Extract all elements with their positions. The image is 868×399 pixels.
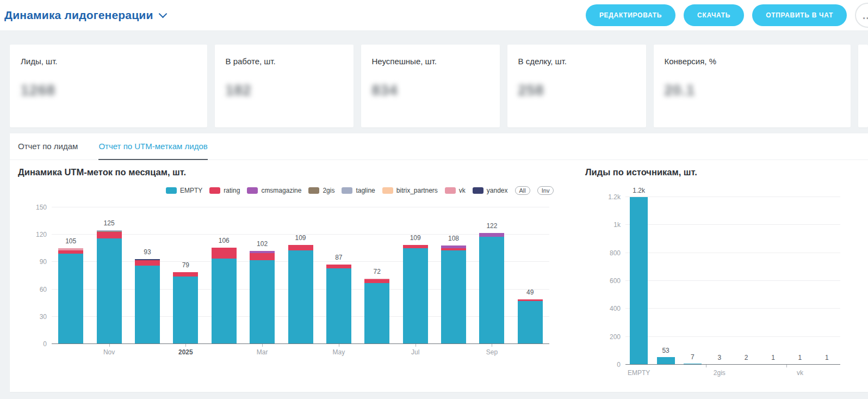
x-axis-line (52, 343, 549, 344)
legend-label: EMPTY (180, 187, 202, 194)
legend-item-bitrix_partners[interactable]: bitrix_partners (382, 187, 438, 194)
legend-zoom-all[interactable]: All (515, 186, 530, 195)
bar-value-label: 53 (662, 347, 669, 354)
x-axis-label: EMPTY (628, 369, 650, 377)
bar-sep-11[interactable] (479, 233, 504, 344)
y-axis-label: 200 (597, 333, 621, 341)
bar-value-label: 1 (798, 354, 802, 361)
more-button[interactable]: … (855, 3, 868, 28)
bar-may-7[interactable] (326, 265, 351, 344)
tab-leads-report[interactable]: Отчет по лидам (18, 133, 78, 160)
axis-tick (492, 344, 492, 347)
legend-label: rating (224, 187, 240, 194)
bar-value-label: 93 (144, 248, 151, 256)
bar-segment-rating (135, 260, 160, 266)
bar-jul-9[interactable] (403, 245, 428, 344)
y-axis-label: 600 (597, 277, 621, 285)
stat-card: В сделку, шт.258 (507, 45, 646, 127)
legend-label: cmsmagazine (261, 187, 301, 194)
bar-jun-8[interactable] (364, 279, 389, 344)
axis-tick (185, 344, 186, 347)
edit-button[interactable]: РЕДАКТИРОВАТЬ (586, 4, 675, 26)
bar-nov-1[interactable] (97, 230, 122, 344)
stat-card-partial (858, 45, 868, 127)
right-chart-title: Лиды по источникам, шт. (585, 167, 697, 177)
legend-label: 2gis (323, 187, 334, 194)
header: Динамика лидогенерации РЕДАКТИРОВАТЬСКАЧ… (0, 0, 868, 31)
legend-item-2gis[interactable]: 2gis (308, 187, 334, 194)
legend-swatch (473, 187, 483, 194)
main-panel: Отчет по лидамОтчет по UTM-меткам лидов … (10, 133, 868, 392)
bar-segment-rating (250, 253, 275, 260)
stat-card: Лиды, шт.1268 (10, 45, 207, 127)
bar-segment-rating (97, 232, 122, 238)
bar-segment-empty (326, 268, 351, 344)
legend-label: yandex (487, 187, 508, 194)
stat-card: Конверсия, %20.1 (654, 45, 851, 127)
bar-aug-10[interactable] (441, 245, 466, 344)
stat-card-title: В сделку, шт. (518, 57, 635, 66)
chevron-down-icon (158, 10, 167, 19)
x-axis-line (625, 364, 840, 365)
bar-segment-empty (250, 260, 275, 344)
bar-value-label: 2 (745, 354, 748, 361)
legend-item-tagline[interactable]: tagline (342, 187, 375, 194)
source-bar-1[interactable] (657, 357, 675, 365)
legend-item-rating[interactable]: rating (209, 187, 240, 194)
bar-value-label: 79 (182, 261, 189, 269)
report-title-dropdown[interactable]: Динамика лидогенерации (0, 9, 166, 22)
x-axis-label: Jul (411, 348, 419, 356)
y-axis-label: 120 (23, 231, 47, 238)
stat-card-title: В работе, шт. (226, 57, 343, 66)
legend-label: vk (459, 187, 466, 194)
y-axis-label: 400 (597, 305, 621, 312)
bar-value-label: 1.2k (633, 187, 645, 194)
bar-segment-empty (288, 250, 313, 344)
bar-segment-cmsmagazine (479, 233, 504, 237)
bar-value-label: 87 (335, 254, 342, 261)
legend-item-cmsmagazine[interactable]: cmsmagazine (247, 187, 301, 194)
bar-oct-12[interactable] (518, 299, 543, 344)
axis-tick (109, 344, 110, 347)
legend-item-empty[interactable]: EMPTY (166, 187, 202, 194)
legend-label: bitrix_partners (396, 187, 438, 194)
axis-tick (786, 365, 787, 367)
gridline (625, 280, 840, 281)
bar-segment-rating (173, 272, 198, 277)
bar-value-label: 3 (717, 354, 721, 361)
download-button[interactable]: СКАЧАТЬ (684, 4, 744, 26)
source-bar-0[interactable] (630, 197, 648, 365)
x-axis-label: 2025 (178, 348, 193, 356)
legend-swatch (247, 187, 258, 194)
bar-segment-empty (212, 259, 237, 344)
gridline (625, 336, 840, 337)
bar-segment-empty (403, 248, 428, 344)
x-axis-label: 2gis (714, 369, 726, 377)
send-to-chat-button[interactable]: ОТПРАВИТЬ В ЧАТ (752, 4, 847, 26)
dashboard-page: Динамика лидогенерации РЕДАКТИРОВАТЬСКАЧ… (0, 0, 868, 399)
bar-oct-0[interactable] (58, 248, 83, 344)
bar-segment-rating (326, 265, 351, 268)
bar-dec-2[interactable] (135, 259, 160, 344)
bar-jan-3[interactable] (173, 272, 198, 344)
legend-zoom-inv[interactable]: Inv (537, 186, 554, 195)
gridline (625, 224, 840, 225)
legend-item-vk[interactable]: vk (445, 187, 466, 194)
x-axis-label: Sep (486, 348, 498, 356)
bar-segment-empty (97, 238, 122, 344)
bar-segment (630, 197, 648, 365)
axis-tick (706, 365, 706, 367)
bar-feb-4[interactable] (212, 248, 237, 344)
legend-swatch (166, 187, 177, 194)
legend-item-yandex[interactable]: yandex (473, 187, 508, 194)
tab-utm-report[interactable]: Отчет по UTM-меткам лидов (98, 133, 207, 160)
stat-card-value-blurred: 834 (372, 82, 489, 99)
bar-value-label: 109 (295, 234, 306, 242)
y-axis-label: 30 (23, 313, 47, 321)
legend-swatch (308, 187, 319, 194)
bar-mar-5[interactable] (250, 251, 275, 344)
y-axis-label: 0 (23, 340, 47, 348)
stat-card: Неуспешные, шт.834 (361, 45, 500, 127)
bar-apr-6[interactable] (288, 245, 313, 344)
bar-value-label: 106 (219, 237, 230, 244)
